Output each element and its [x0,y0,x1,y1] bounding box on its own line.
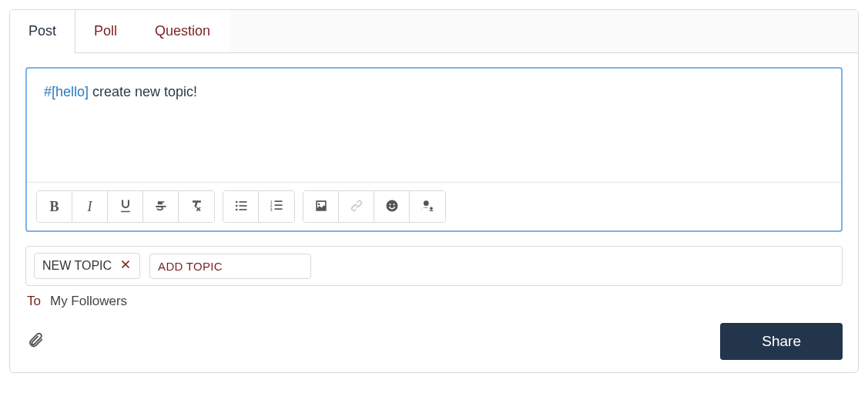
clear-format-button[interactable] [179,191,214,222]
share-button[interactable]: Share [720,323,843,360]
toolbar-group-lists: 123 [223,190,295,223]
svg-point-0 [235,200,237,203]
tab-post-label: Post [28,23,56,39]
mention-icon [420,198,435,216]
svg-text:3: 3 [270,207,273,211]
tab-question-label: Question [155,23,210,39]
svg-rect-10 [275,204,283,206]
svg-rect-3 [239,201,246,203]
topic-chip-label: NEW TOPIC [42,259,112,273]
share-button-label: Share [762,333,801,349]
underline-button[interactable] [108,191,143,222]
recipients-label: To [27,294,41,309]
image-button[interactable] [303,191,339,222]
bulleted-list-icon [233,198,249,216]
editor-toolbar: B I [27,183,841,230]
clear-format-icon [189,198,204,216]
tab-post[interactable]: Post [10,10,75,52]
svg-point-13 [389,203,390,205]
composer-body: #[hello] create new topic! B I [10,53,858,372]
composer-footer: Share [25,323,843,360]
underline-icon [118,198,133,216]
editor-content[interactable]: #[hello] create new topic! [27,69,841,183]
svg-point-15 [424,200,429,206]
svg-point-16 [430,207,433,210]
editor-text: create new topic! [89,84,197,99]
italic-icon: I [88,199,92,215]
emoji-icon [384,198,400,216]
numbered-list-icon: 123 [269,198,284,216]
recipients-value[interactable]: My Followers [50,294,127,309]
recipients-row: To My Followers [25,294,843,309]
editor-hashtag: #[hello] [44,84,89,99]
add-topic-input[interactable] [149,254,311,279]
svg-rect-5 [239,209,246,210]
toolbar-group-text: B I [36,190,215,223]
bulleted-list-button[interactable] [223,191,259,222]
image-icon [313,198,329,216]
attach-button[interactable] [25,331,44,351]
strikethrough-button[interactable] [143,191,179,222]
close-icon [119,258,132,274]
link-icon [349,198,364,216]
topic-chip: NEW TOPIC [34,253,140,279]
composer-tabs: Post Poll Question [10,10,858,53]
tab-poll[interactable]: Poll [75,10,136,52]
italic-button[interactable]: I [72,191,108,222]
bold-icon: B [49,199,59,215]
tab-poll-label: Poll [94,23,117,39]
link-button[interactable] [339,191,374,222]
emoji-button[interactable] [374,191,410,222]
editor-box: #[hello] create new topic! B I [25,67,843,232]
svg-rect-9 [275,200,283,202]
post-composer-card: Post Poll Question #[hello] create new t… [9,9,859,373]
topic-remove-button[interactable] [119,258,132,274]
paperclip-icon [27,331,44,351]
tab-spacer [230,10,858,52]
svg-point-1 [235,204,237,207]
bold-button[interactable]: B [37,191,72,222]
svg-rect-11 [275,208,283,210]
strikethrough-icon [153,198,169,216]
topics-row: NEW TOPIC [25,246,843,286]
svg-rect-4 [239,205,246,207]
svg-point-14 [393,203,394,205]
mention-button[interactable] [410,191,445,222]
tab-question[interactable]: Question [136,10,230,52]
toolbar-group-insert [303,190,446,223]
svg-point-12 [386,200,397,211]
numbered-list-button[interactable]: 123 [259,191,294,222]
svg-point-2 [235,208,237,210]
